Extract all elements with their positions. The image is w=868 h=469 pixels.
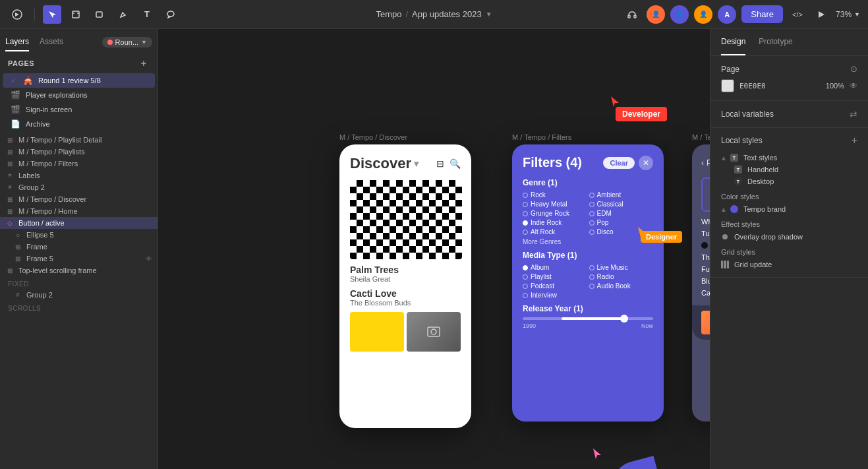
track-row-tuesday[interactable]: Tuesday Morn OHYEAH! [701, 228, 710, 239]
move-tool[interactable] [43, 5, 61, 24]
frame-tool[interactable] [67, 5, 85, 24]
media-audiobook[interactable]: Audio Book [589, 282, 654, 290]
layer-playlists[interactable]: ⊞ M / Tempo / Playlists [0, 146, 158, 158]
radio-disco [589, 230, 594, 235]
shape-tool[interactable] [90, 5, 109, 24]
text-tool[interactable]: T [138, 5, 156, 24]
code-icon[interactable]: </> [788, 5, 807, 24]
genre-classical[interactable]: Classical [589, 201, 654, 208]
page-item-archive[interactable]: 📄 Archive [3, 117, 155, 131]
zoom-control[interactable]: 73% ▼ [836, 10, 860, 19]
slider-thumb[interactable] [620, 315, 628, 323]
avatar-3[interactable]: 👤 [694, 5, 712, 24]
layer-labels[interactable]: # Labels [0, 170, 158, 181]
color-picker-icon[interactable]: ⊙ [850, 64, 857, 74]
track-row-funky[interactable]: Funky Boots Lawlii [701, 263, 710, 275]
layer-frame[interactable]: ⊞ Frame [0, 241, 158, 253]
media-interview[interactable]: Interview [523, 292, 587, 299]
track-row-california[interactable]: California The WWWs [701, 287, 710, 299]
add-style-button[interactable]: + [852, 135, 857, 146]
comment-tool[interactable] [161, 5, 180, 24]
checkmark-icon: ✓ [11, 77, 16, 85]
layer-frame5[interactable]: ⊞ Frame 5 👁 [0, 253, 158, 265]
avatar-1[interactable]: 👤 [647, 5, 665, 24]
local-vars-icon[interactable]: ⇄ [850, 109, 857, 119]
more-genres-link[interactable]: More Genres [523, 238, 653, 245]
style-handheld[interactable]: T Handheld [721, 164, 857, 175]
share-button[interactable]: Share [741, 5, 783, 23]
track-row-sisters[interactable]: Sisters Dog Power [701, 239, 710, 251]
track-row-bluethirty[interactable]: Blue Thirty MagicSky [701, 275, 710, 287]
radio-podcast [523, 284, 528, 289]
track-row-whalesong[interactable]: Whalesong The Drags [701, 216, 710, 228]
tab-layers[interactable]: Layers [5, 33, 29, 51]
back-button[interactable]: ‹ Playlists [701, 158, 710, 168]
page-selector[interactable]: Roun... ▼ [102, 37, 152, 47]
track-artist-1: Sheila Great [350, 275, 461, 283]
layer-group2[interactable]: # Group 2 [0, 181, 158, 193]
genre-grunge[interactable]: Grunge Rock [523, 210, 587, 217]
tab-assets[interactable]: Assets [40, 33, 63, 51]
page-color-swatch[interactable] [721, 79, 734, 92]
genre-heavymetal[interactable]: Heavy Metal [523, 201, 587, 208]
svg-point-9 [431, 329, 436, 334]
text-styles-header[interactable]: ▶ T Text styles [721, 152, 857, 164]
genre-altrock[interactable]: Alt Rock [523, 228, 587, 235]
logo-icon[interactable] [8, 5, 26, 24]
effect-styles-header: Effect styles [721, 220, 857, 228]
visibility-toggle[interactable]: 👁 [850, 81, 857, 90]
page-item-signin[interactable]: 🎬 Sign-in screen [3, 102, 155, 117]
layer-playlist-detail[interactable]: ⊞ M / Tempo / Playlist Detail [0, 134, 158, 146]
canvas[interactable]: M / Tempo / Discover M / Tempo / Filters… [158, 29, 710, 469]
page-item-round1[interactable]: ✓ 🎪 Round 1 review 5/8 [3, 73, 155, 88]
avatar-2[interactable]: 👤 [670, 5, 689, 24]
avatar-current[interactable]: A [718, 5, 736, 24]
track-name: Whalesong [701, 218, 710, 226]
style-grid-update[interactable]: Grid update [721, 259, 857, 270]
media-radio[interactable]: Radio [589, 273, 654, 280]
layer-button-active[interactable]: ◇ Button / active [0, 217, 158, 229]
tab-design[interactable]: Design [721, 29, 745, 55]
pen-tool[interactable] [114, 5, 132, 24]
media-livemusic[interactable]: Live Music [589, 264, 654, 271]
page-item-player[interactable]: 🎬 Player explorations [3, 88, 155, 102]
track-name: Tuesday Morn [701, 230, 710, 237]
expand-icon: ▶ [720, 156, 726, 160]
layer-label: M / Tempo / Playlist Detail [18, 136, 101, 144]
radio-livemusic [589, 265, 594, 270]
style-desktop[interactable]: T Desktop [721, 175, 857, 187]
genre-ambient[interactable]: Ambient [589, 191, 654, 199]
close-button[interactable]: ✕ [639, 156, 653, 170]
year-slider[interactable]: 1990 Now [523, 317, 653, 329]
search-icon[interactable]: 🔍 [449, 158, 461, 169]
layer-discover[interactable]: ⊞ M / Tempo / Discover [0, 193, 158, 205]
page-section-title: Page ⊙ [721, 64, 857, 74]
media-album[interactable]: Album [523, 264, 587, 271]
grid-styles-header: Grid styles [721, 248, 857, 256]
layer-ellipse5[interactable]: ○ Ellipse 5 [0, 229, 158, 241]
audio-icon[interactable] [623, 5, 641, 24]
style-drop-shadow[interactable]: Overlay drop shadow [721, 231, 857, 243]
track-row-hurt[interactable]: The Hurt SJPC [701, 251, 710, 263]
filter-icon[interactable]: ⊟ [436, 158, 444, 169]
genre-rock[interactable]: Rock [523, 191, 587, 199]
discover-frame: Discover ▾ ⊟ 🔍 Palm Trees Sheila Great [339, 144, 471, 428]
layer-scrolling-frame[interactable]: ⊞ Top-level scrolling frame [0, 265, 158, 276]
layer-group2-inner[interactable]: # Group 2 [0, 289, 158, 301]
play-icon[interactable] [812, 5, 830, 24]
now-playing-bar: Dragon Mix Sist... ⏮ ▶ ⏭ [692, 305, 710, 340]
dropdown-icon[interactable]: ▼ [486, 11, 492, 18]
visibility-icon[interactable]: 👁 [146, 255, 152, 263]
genre-indie[interactable]: Indie Rock [523, 219, 587, 226]
effect-styles-group: Effect styles Overlay drop shadow [721, 220, 857, 243]
genre-edm[interactable]: EDM [589, 210, 654, 217]
layer-filters[interactable]: ⊞ M / Tempo / Filters [0, 158, 158, 170]
zoom-chevron: ▼ [854, 11, 860, 18]
media-podcast[interactable]: Podcast [523, 282, 587, 290]
add-page-button[interactable]: + [138, 57, 150, 69]
tab-prototype[interactable]: Prototype [759, 29, 792, 55]
media-playlist[interactable]: Playlist [523, 273, 587, 280]
style-tempo-brand[interactable]: ▶ Tempo brand [721, 203, 857, 215]
clear-button[interactable]: Clear [603, 157, 635, 169]
layer-home[interactable]: ⊞ M / Tempo / Home [0, 205, 158, 217]
